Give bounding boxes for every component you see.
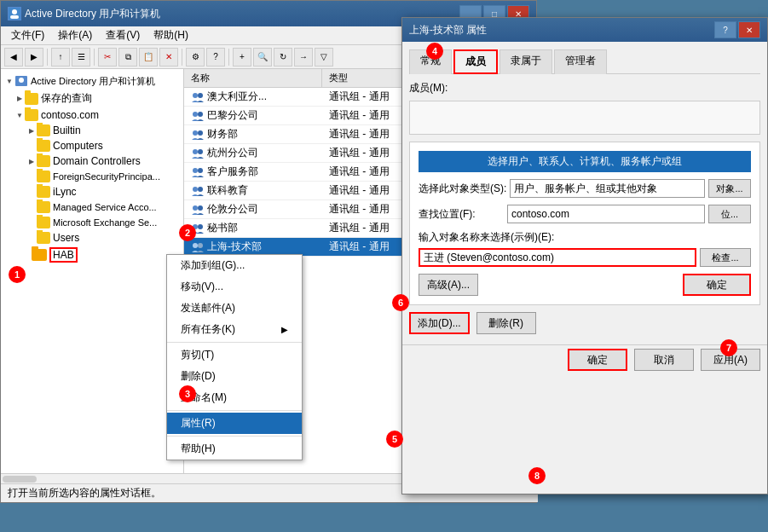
ctx-add-to-group[interactable]: 添加到组(G)...: [167, 255, 302, 276]
computers-icon: [37, 140, 50, 152]
move-button[interactable]: →: [294, 48, 313, 66]
copy-button[interactable]: ⧉: [118, 48, 137, 66]
scrollbar-thumb[interactable]: [3, 476, 37, 483]
dc-icon: [37, 155, 50, 167]
tree-ms-exchange[interactable]: ▶ Microsoft Exchange Se...: [1, 215, 183, 230]
dialog-title: 上海-技术部 属性: [409, 23, 487, 38]
ctx-send-mail[interactable]: 发送邮件(A): [167, 298, 302, 319]
group-icon-1: [191, 109, 205, 123]
object-type-input[interactable]: [510, 179, 705, 198]
ilync-icon: [37, 186, 50, 198]
add-button[interactable]: 添加(D)...: [409, 312, 470, 334]
marker-6: 6: [392, 294, 409, 311]
tree-domain-controllers[interactable]: ▶ Domain Controllers: [1, 153, 183, 169]
group-icon-6: [191, 203, 205, 217]
svg-point-1: [12, 9, 17, 14]
svg-point-7: [193, 112, 198, 117]
tree-panel: ▼ Active Directory 用户和计算机 ▶ 保存的查询 ▼ cont…: [1, 69, 184, 477]
advanced-button[interactable]: 高级(A)...: [419, 274, 478, 296]
sub-dialog-title: 选择用户、联系人、计算机、服务帐户或组: [419, 151, 751, 172]
tree-domain-label: contoso.com: [41, 109, 99, 121]
dialog-window: 上海-技术部 属性 ? ✕ 常规 成员 隶属于 管理者 成员(M): 选择用户、…: [401, 17, 768, 494]
svg-point-18: [198, 205, 203, 211]
tab-members[interactable]: 成员: [453, 49, 498, 74]
dialog-content: 常规 成员 隶属于 管理者 成员(M): 选择用户、联系人、计算机、服务帐户或组…: [402, 42, 767, 341]
tree-managed-service[interactable]: ▶ Managed Service Acco...: [1, 200, 183, 215]
paste-button[interactable]: 📋: [139, 48, 158, 66]
remove-button[interactable]: 删除(R): [476, 312, 536, 334]
svg-point-10: [198, 130, 203, 136]
menu-file[interactable]: 文件(F): [4, 26, 51, 44]
ctx-properties[interactable]: 属性(R): [167, 413, 302, 434]
object-type-button[interactable]: 对象...: [708, 179, 751, 198]
svg-point-15: [193, 187, 198, 192]
object-type-label: 选择此对象类型(S):: [419, 182, 506, 196]
tree-saved-queries[interactable]: ▶ 保存的查询: [1, 90, 183, 107]
location-label: 查找位置(F):: [419, 207, 504, 222]
toolbar-separator-3: [182, 49, 182, 66]
tree-dc-label: Domain Controllers: [53, 155, 141, 167]
sub-dialog-ok-button[interactable]: 确定: [683, 274, 751, 296]
cut-button[interactable]: ✂: [98, 48, 117, 66]
tree-managed-label: Managed Service Acco...: [53, 202, 157, 212]
refresh-button[interactable]: ↻: [274, 48, 292, 66]
ctx-move[interactable]: 移动(V)...: [167, 276, 302, 298]
find-button[interactable]: 🔍: [253, 48, 272, 66]
properties-button[interactable]: ⚙: [186, 48, 205, 66]
col-name[interactable]: 名称: [184, 69, 322, 87]
row-8-name: 上海-技术部: [207, 240, 262, 254]
menu-help[interactable]: 帮助(H): [147, 26, 195, 44]
tree-foreign-label: ForeignSecurityPrincipa...: [53, 171, 160, 182]
tree-users[interactable]: ▶ Users: [1, 230, 183, 246]
view-button[interactable]: ☰: [72, 48, 90, 66]
tree-hab[interactable]: ▶ HAB: [1, 246, 183, 264]
tree-ilync-label: iLync: [53, 186, 77, 198]
tab-manager[interactable]: 管理者: [554, 49, 607, 74]
svg-point-14: [198, 168, 203, 173]
dialog-close-button[interactable]: ✕: [738, 21, 760, 38]
tree-domain[interactable]: ▼ contoso.com: [1, 107, 183, 123]
group-icon-8: [191, 240, 205, 254]
tree-saved-queries-label: 保存的查询: [41, 91, 92, 106]
tree-root-label: Active Directory 用户和计算机: [31, 75, 155, 88]
status-text: 打开当前所选内容的属性对话框。: [8, 486, 161, 500]
ctx-help[interactable]: 帮助(H): [167, 438, 302, 460]
up-button[interactable]: ↑: [51, 48, 70, 66]
enter-object-input[interactable]: [419, 248, 696, 267]
location-input[interactable]: [507, 205, 705, 223]
forward-button[interactable]: ▶: [25, 48, 43, 66]
members-label: 成员(M):: [409, 81, 760, 95]
foreign-icon: [37, 171, 50, 182]
filter-button[interactable]: ▽: [315, 48, 333, 66]
ctx-delete[interactable]: 删除(D): [167, 366, 302, 387]
footer-ok-button[interactable]: 确定: [568, 349, 627, 371]
tab-member-of[interactable]: 隶属于: [499, 49, 552, 74]
tree-arrow-root: ▼: [4, 76, 14, 86]
check-button[interactable]: 检查...: [700, 248, 751, 267]
tree-ilync[interactable]: ▶ iLync: [1, 184, 183, 200]
tree-computers[interactable]: ▶ Computers: [1, 138, 183, 153]
new-button[interactable]: +: [233, 48, 251, 66]
enter-object-label: 输入对象名称来选择(示例)(E):: [419, 230, 751, 245]
hab-folder-icon: [32, 249, 47, 261]
svg-point-9: [193, 130, 198, 136]
dialog-help-button[interactable]: ?: [714, 21, 736, 38]
svg-point-11: [193, 149, 198, 154]
menu-view[interactable]: 查看(V): [99, 26, 147, 44]
tree-builtin[interactable]: ▶ Builtin: [1, 123, 183, 138]
ctx-sep-3: [167, 436, 302, 437]
svg-point-12: [198, 149, 203, 154]
help-button[interactable]: ?: [206, 48, 225, 66]
location-button[interactable]: 位...: [708, 205, 751, 223]
back-button[interactable]: ◀: [4, 48, 23, 66]
menu-action[interactable]: 操作(A): [51, 26, 99, 44]
marker-5: 5: [386, 431, 403, 448]
tree-root[interactable]: ▼ Active Directory 用户和计算机: [1, 72, 183, 90]
delete-button[interactable]: ✕: [159, 48, 178, 66]
ctx-cut[interactable]: 剪切(T): [167, 344, 302, 366]
tree-foreign-security[interactable]: ▶ ForeignSecurityPrincipa...: [1, 169, 183, 184]
row-5-name: 联科教育: [207, 183, 248, 198]
svg-point-8: [198, 112, 203, 117]
ctx-all-tasks[interactable]: 所有任务(K) ▶: [167, 319, 302, 340]
footer-cancel-button[interactable]: 取消: [634, 349, 694, 371]
